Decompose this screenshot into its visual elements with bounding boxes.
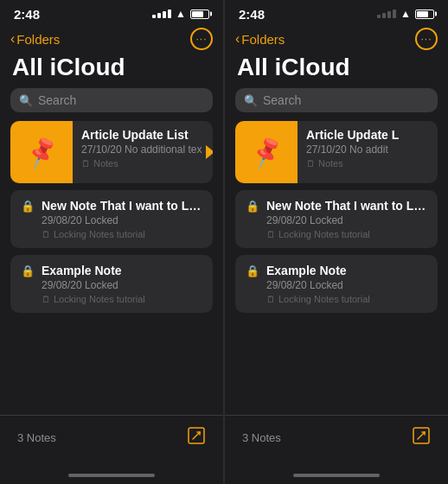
locked-note-2-1[interactable]: 🔒 New Note That I want to Lock 29/08/20 … [235, 190, 438, 248]
pinned-title-2: Article Update L [306, 128, 429, 142]
locked-folder-2-2: 🗒 Locking Notes tutorial [266, 294, 427, 304]
status-icons-1: ▲ [152, 8, 209, 20]
time-1: 2:48 [14, 7, 40, 22]
compose-button-1[interactable] [187, 426, 206, 449]
tab-bar-2: 3 Notes [225, 415, 448, 467]
folders-label-2: Folders [241, 32, 285, 47]
status-bar-2: 2:48 ▲ [225, 0, 448, 24]
search-bar-2[interactable]: 🔍 Search [235, 88, 438, 112]
pinned-meta-2: 27/10/20 No addit [306, 143, 429, 156]
locked-title-2-2: Example Note [266, 264, 427, 277]
notes-list-1: 📌 Article Update List 27/10/20 No additi… [0, 121, 223, 415]
lock-icon-1-1: 🔒 [21, 200, 35, 213]
signal-icon-1 [152, 10, 171, 18]
more-button-2[interactable]: ··· [415, 28, 438, 50]
locked-meta-1-1: 29/08/20 Locked [42, 214, 202, 226]
pin-icon-1: 📌 [22, 134, 61, 171]
folder-icon-1: 🗒 [81, 159, 90, 169]
locked-meta-1-2: 29/08/20 Locked [42, 279, 202, 291]
notes-list-2: 📌 Article Update L 27/10/20 No addit 🗒 N… [225, 121, 448, 415]
notes-count-2: 3 Notes [242, 431, 281, 444]
locked-note-2-2[interactable]: 🔒 Example Note 29/08/20 Locked 🗒 Locking… [235, 255, 438, 313]
panel-1: 2:48 ▲ ‹ Folders ··· All iCloud 🔍 Search [0, 0, 224, 484]
folder-icon-2-2: 🗒 [266, 295, 275, 304]
search-bar-1[interactable]: 🔍 Search [10, 88, 213, 112]
folders-link-1[interactable]: ‹ Folders [10, 31, 60, 47]
chevron-left-icon-2: ‹ [235, 31, 240, 47]
folders-link-2[interactable]: ‹ Folders [235, 31, 285, 47]
pinned-meta-1: 27/10/20 No additional tex [81, 143, 204, 156]
locked-details-2-1: New Note That I want to Lock 29/08/20 Lo… [266, 199, 427, 239]
nav-bar-1: ‹ Folders ··· [0, 24, 223, 52]
compose-button-2[interactable] [412, 426, 431, 449]
folder-icon-1-2: 🗒 [42, 295, 50, 304]
notes-count-1: 3 Notes [17, 431, 56, 444]
home-bar-2 [293, 474, 380, 477]
tab-bar-1: 3 Notes [0, 415, 223, 467]
home-indicator-2 [225, 467, 448, 484]
battery-icon-1 [190, 10, 209, 19]
page-title-1: All iCloud [0, 52, 223, 88]
locked-folder-1-2: 🗒 Locking Notes tutorial [42, 294, 202, 304]
more-dots-icon-1: ··· [195, 34, 207, 44]
search-placeholder-2: Search [263, 93, 301, 107]
folder-icon-2-1: 🗒 [266, 230, 275, 239]
lock-icon-1-2: 🔒 [21, 264, 35, 277]
locked-note-content-1-1: 🔒 New Note That I want to Lock 29/08/20 … [10, 190, 213, 248]
search-icon-1: 🔍 [19, 94, 33, 107]
locked-details-1-1: New Note That I want to Lock 29/08/20 Lo… [42, 199, 202, 239]
battery-icon-2 [415, 10, 434, 19]
pinned-title-1: Article Update List [81, 128, 204, 142]
pinned-note-2[interactable]: 📌 Article Update L 27/10/20 No addit 🗒 N… [235, 121, 438, 183]
svg-line-1 [193, 432, 200, 439]
locked-folder-2-1: 🗒 Locking Notes tutorial [266, 229, 427, 239]
more-button-1[interactable]: ··· [190, 28, 213, 50]
home-bar-1 [68, 474, 155, 477]
lock-icon-2-1: 🔒 [246, 200, 259, 213]
panel-2: 2:48 ▲ ‹ Folders ··· All iCloud 🔍 Search [224, 0, 448, 484]
search-icon-2: 🔍 [244, 94, 258, 107]
pin-icon-2: 📌 [247, 134, 285, 171]
wifi-icon-2: ▲ [400, 8, 411, 20]
locked-folder-1-1: 🗒 Locking Notes tutorial [42, 229, 202, 239]
nav-bar-2: ‹ Folders ··· [225, 24, 448, 52]
search-placeholder-1: Search [38, 93, 76, 107]
signal-icon-2 [377, 10, 396, 18]
time-2: 2:48 [239, 7, 265, 22]
locked-title-1-1: New Note That I want to Lock [42, 199, 202, 213]
locked-meta-2-2: 29/08/20 Locked [266, 279, 427, 291]
folder-icon-1-1: 🗒 [42, 230, 50, 239]
pinned-folder-1: 🗒 Notes [81, 158, 204, 169]
pinned-content-1: Article Update List 27/10/20 No addition… [73, 121, 213, 183]
locked-details-2-2: Example Note 29/08/20 Locked 🗒 Locking N… [266, 264, 427, 304]
locked-note-1-1[interactable]: 🔒 New Note That I want to Lock 29/08/20 … [10, 190, 213, 248]
locked-note-1-2[interactable]: 🔒 Example Note 29/08/20 Locked 🗒 Locking… [10, 255, 213, 313]
folders-label-1: Folders [16, 32, 60, 47]
locked-note-content-2-2: 🔒 Example Note 29/08/20 Locked 🗒 Locking… [235, 255, 438, 313]
folder-icon-2: 🗒 [306, 159, 315, 169]
page-title-2: All iCloud [225, 52, 448, 88]
chevron-left-icon-1: ‹ [10, 31, 15, 47]
home-indicator-1 [0, 467, 223, 484]
svg-line-5 [418, 432, 425, 439]
pinned-thumb-2: 📌 [235, 121, 298, 183]
status-bar-1: 2:48 ▲ [0, 0, 223, 24]
locked-note-content-2-1: 🔒 New Note That I want to Lock 29/08/20 … [235, 190, 438, 248]
locked-details-1-2: Example Note 29/08/20 Locked 🗒 Locking N… [42, 264, 202, 304]
status-icons-2: ▲ [377, 8, 434, 20]
locked-title-2-1: New Note That I want to Lock [266, 199, 427, 213]
pinned-content-2: Article Update L 27/10/20 No addit 🗒 Not… [298, 121, 438, 183]
pinned-folder-2: 🗒 Notes [306, 158, 429, 169]
pinned-note-1[interactable]: 📌 Article Update List 27/10/20 No additi… [10, 121, 213, 183]
locked-note-content-1-2: 🔒 Example Note 29/08/20 Locked 🗒 Locking… [10, 255, 213, 313]
locked-title-1-2: Example Note [42, 264, 202, 277]
locked-meta-2-1: 29/08/20 Locked [266, 214, 427, 226]
lock-icon-2-2: 🔒 [246, 264, 259, 277]
more-dots-icon-2: ··· [420, 34, 432, 44]
wifi-icon-1: ▲ [176, 8, 186, 20]
swipe-arrow-1 [206, 145, 213, 159]
pinned-thumb-1: 📌 [10, 121, 73, 183]
